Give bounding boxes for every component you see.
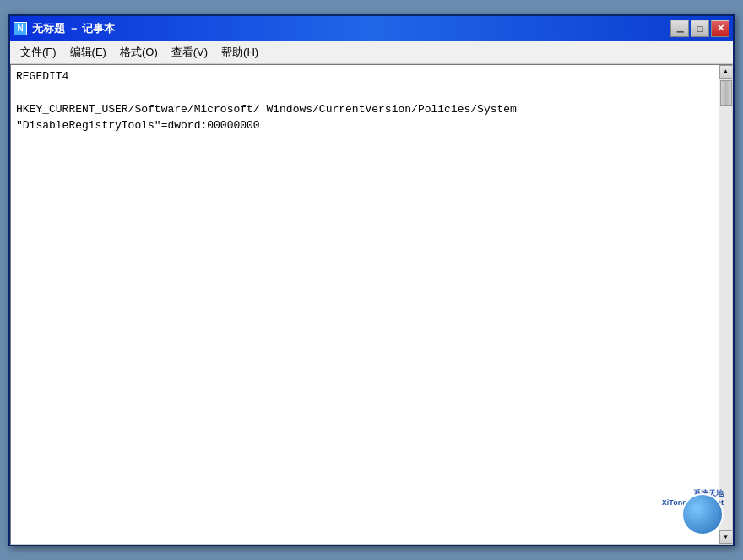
menu-view[interactable]: 查看(V) [165,43,214,62]
minimize-button[interactable]: ＿ [670,20,689,37]
close-button[interactable]: ✕ [711,20,729,37]
menu-format[interactable]: 格式(O) [113,43,165,62]
scrollbar-vertical[interactable]: ▲ ▼ [719,65,732,544]
text-editor[interactable] [11,65,719,544]
app-icon: N [14,22,27,35]
maximize-button[interactable]: □ [691,20,709,37]
content-area: ▲ ▼ 系统天地 XiTongTianDi.net [10,64,733,545]
watermark: 系统天地 XiTongTianDi.net [656,489,724,536]
scrollbar-thumb[interactable] [720,80,732,106]
window-title: 无标题 － 记事本 [32,21,115,36]
scrollbar-up-button[interactable]: ▲ [719,65,733,79]
menu-edit[interactable]: 编辑(E) [63,43,113,62]
watermark-globe-icon [681,493,724,536]
menu-bar: 文件(F) 编辑(E) 格式(O) 查看(V) 帮助(H) [10,41,733,64]
scrollbar-track[interactable] [719,79,732,530]
window-controls: ＿ □ ✕ [670,20,729,37]
menu-file[interactable]: 文件(F) [14,43,63,62]
menu-help[interactable]: 帮助(H) [214,43,265,62]
title-bar-left: N 无标题 － 记事本 [14,21,115,36]
notepad-window: N 无标题 － 记事本 ＿ □ ✕ 文件(F) 编辑(E) 格式(O) 查看(V… [8,14,735,546]
title-bar: N 无标题 － 记事本 ＿ □ ✕ [10,16,733,41]
